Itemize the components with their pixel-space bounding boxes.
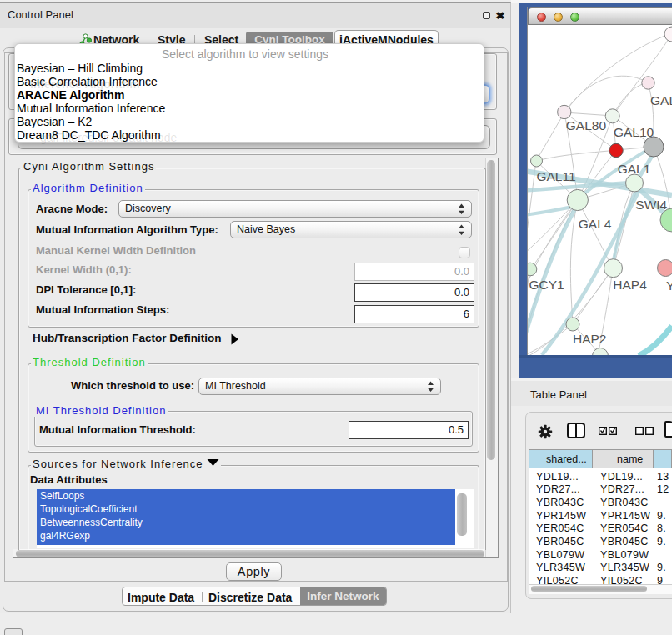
svg-text:GAL80: GAL80	[566, 118, 607, 132]
svg-text:GAL11: GAL11	[536, 169, 575, 183]
svg-text:GAL1: GAL1	[618, 162, 651, 176]
svg-text:GAL4: GAL4	[579, 217, 612, 231]
svg-text:SWI4: SWI4	[635, 198, 667, 212]
svg-text:GAL10: GAL10	[614, 125, 654, 139]
svg-text:HAP4: HAP4	[613, 278, 647, 292]
svg-text:GAL: GAL	[650, 93, 672, 108]
svg-text:GCY1: GCY1	[529, 278, 564, 292]
svg-text:HAP2: HAP2	[573, 332, 607, 346]
svg-text:Y: Y	[666, 278, 672, 292]
